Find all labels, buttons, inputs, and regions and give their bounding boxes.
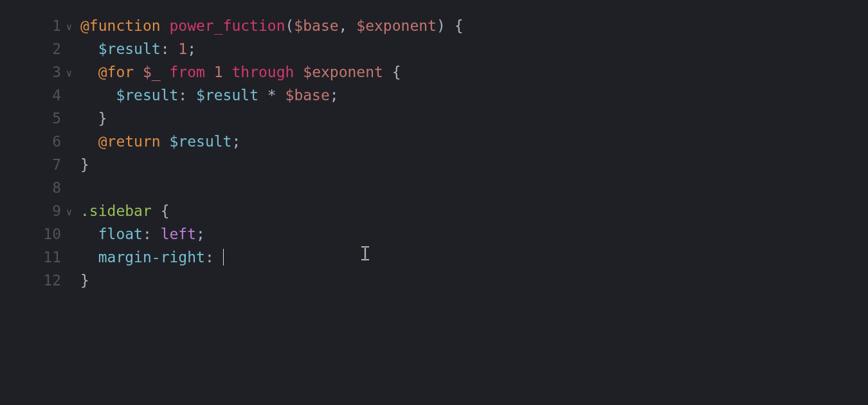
code-line[interactable]: 2 $result: 1; — [23, 37, 868, 60]
fold-gutter — [61, 108, 80, 131]
fold-gutter — [61, 224, 80, 247]
code-line[interactable]: 3 ∨ @for $_ from 1 through $exponent { — [23, 60, 868, 84]
line-number: 7 — [23, 153, 61, 176]
code-line[interactable]: 5 } — [23, 107, 868, 130]
fold-gutter — [61, 39, 80, 62]
code-content[interactable]: } — [80, 107, 868, 130]
code-content[interactable]: $result: $result * $base; — [80, 84, 868, 107]
code-line[interactable]: 12 } — [23, 269, 868, 292]
line-number: 8 — [23, 176, 61, 199]
fold-gutter — [61, 177, 80, 201]
line-number: 9 — [23, 199, 61, 222]
code-content[interactable]: $result: 1; — [80, 37, 868, 60]
fold-chevron-icon[interactable]: ∨ — [61, 201, 80, 224]
code-line[interactable]: 6 @return $result; — [23, 130, 868, 153]
line-number: 5 — [23, 107, 61, 130]
code-content[interactable]: } — [80, 269, 868, 292]
line-number: 12 — [23, 269, 61, 292]
line-number: 3 — [23, 60, 61, 84]
code-content[interactable]: @for $_ from 1 through $exponent { — [80, 60, 868, 84]
fold-gutter — [61, 154, 80, 177]
code-content[interactable]: .sidebar { — [80, 199, 868, 222]
code-line[interactable]: 4 $result: $result * $base; — [23, 84, 868, 107]
fold-chevron-icon[interactable]: ∨ — [61, 15, 80, 39]
code-content[interactable]: @function power_fuction($base, $exponent… — [80, 14, 868, 37]
fold-gutter — [61, 131, 80, 154]
line-number: 4 — [23, 84, 61, 107]
code-content[interactable] — [80, 176, 868, 199]
code-content[interactable]: margin-right: — [80, 246, 868, 269]
code-line[interactable]: 8 — [23, 176, 868, 199]
line-number: 11 — [23, 246, 61, 269]
text-cursor — [223, 249, 224, 266]
code-line[interactable]: 11 margin-right: — [23, 246, 868, 269]
code-content[interactable]: } — [80, 153, 868, 176]
fold-gutter — [61, 270, 80, 293]
line-number: 2 — [23, 37, 61, 60]
code-editor[interactable]: 1 ∨ @function power_fuction($base, $expo… — [0, 0, 868, 292]
line-number: 10 — [23, 222, 61, 246]
code-content[interactable]: @return $result; — [80, 130, 868, 153]
code-content[interactable]: float: left; — [80, 222, 868, 246]
code-line[interactable]: 7 } — [23, 153, 868, 176]
code-line[interactable]: 9 ∨ .sidebar { — [23, 199, 868, 222]
code-line[interactable]: 10 float: left; — [23, 222, 868, 246]
fold-gutter — [61, 85, 80, 108]
line-number: 1 — [23, 14, 61, 37]
code-line[interactable]: 1 ∨ @function power_fuction($base, $expo… — [23, 14, 868, 37]
fold-chevron-icon[interactable]: ∨ — [61, 62, 80, 85]
fold-gutter — [61, 247, 80, 270]
line-number: 6 — [23, 130, 61, 153]
